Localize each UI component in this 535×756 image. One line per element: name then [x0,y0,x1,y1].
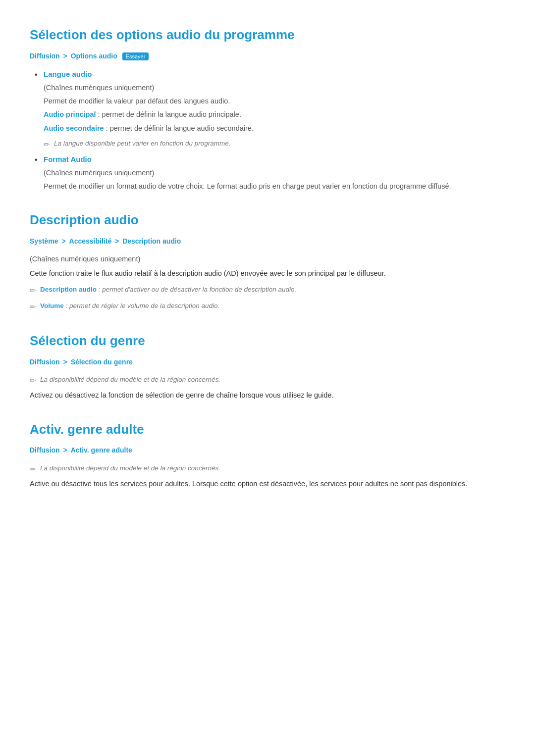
adulte-note-row: ✏ La disponibilité dépend du modèle et d… [30,463,505,475]
format-audio-sub1: (Chaînes numériques uniquement) [44,167,505,179]
pencil-icon: ✏ [44,139,50,151]
breadcrumb-sep1: > [61,237,67,245]
section2-sub1: (Chaînes numériques uniquement) [30,253,505,265]
section3-body: Activez ou désactivez la fonction de sél… [30,390,505,401]
langue-audio-note-row: ✏ La langue disponible peut varier en fo… [44,138,505,151]
section1-breadcrumb: Diffusion > Options audio Essayer [30,50,505,61]
pencil-icon-volume: ✏ [30,301,36,313]
format-audio-title: Format Audio [44,155,92,163]
breadcrumb-diffusion[interactable]: Diffusion [30,52,60,60]
breadcrumb-selection-genre[interactable]: Sélection du genre [71,358,133,366]
breadcrumb-sep3: > [63,358,69,366]
list-item-langue-audio: Langue audio (Chaînes numériques uniquem… [35,68,505,151]
section2-breadcrumb: Système > Accessibilité > Description au… [30,236,505,247]
breadcrumb-diffusion3[interactable]: Diffusion [30,358,60,366]
section2-body: Cette fonction traite le flux audio rela… [30,268,505,279]
breadcrumb-activ-genre-adulte[interactable]: Activ. genre adulte [71,446,132,454]
section2-title: Description audio [30,210,505,231]
section1-list: Langue audio (Chaînes numériques uniquem… [30,68,505,192]
section1-title: Sélection des options audio du programme [30,25,505,46]
format-audio-sub2: Permet de modifier un format audio de vo… [44,181,505,192]
audio-secondaire-text: : permet de définir la langue audio seco… [104,124,254,132]
list-item-format-audio: Format Audio (Chaînes numériques uniquem… [35,153,505,192]
pencil-icon-genre: ✏ [30,375,36,387]
breadcrumb-accessibilite[interactable]: Accessibilité [69,237,112,245]
volume-label: Volume [40,302,64,309]
section3-title: Sélection du genre [30,331,505,352]
section3-breadcrumb: Diffusion > Sélection du genre [30,356,505,367]
langue-audio-sub2: Permet de modifier la valeur par défaut … [44,96,505,107]
langue-audio-sub1: (Chaînes numériques uniquement) [44,82,505,94]
breadcrumb-diffusion4[interactable]: Diffusion [30,446,60,454]
volume-note-row: ✏ Volume : permet de régler le volume de… [30,301,505,313]
pencil-icon-adulte: ✏ [30,463,36,475]
genre-note: La disponibilité dépend du modèle et de … [40,374,220,385]
volume-note: Volume : permet de régler le volume de l… [40,301,219,311]
section4-title: Activ. genre adulte [30,419,505,440]
audio-secondaire-label: Audio secondaire [44,124,104,132]
breadcrumb-desc-audio[interactable]: Description audio [122,237,181,245]
langue-audio-note: La langue disponible peut varier en fonc… [54,138,230,149]
langue-audio-principal: Audio principal : permet de définir la l… [44,109,505,120]
audio-principal-text: : permet de définir la langue audio prin… [96,110,241,118]
breadcrumb-sep4: > [63,446,69,454]
audio-principal-label: Audio principal [44,110,96,118]
desc-audio-note-row: ✏ Description audio : permet d'activer o… [30,284,505,297]
desc-audio-note1: Description audio : permet d'activer ou … [40,284,296,295]
section-selection-genre: Sélection du genre Diffusion > Sélection… [30,331,505,401]
section4-body: Active ou désactive tous les services po… [30,478,505,490]
langue-audio-secondaire: Audio secondaire : permet de définir la … [44,123,505,134]
breadcrumb-sep2: > [115,237,121,245]
section-activ-genre-adulte: Activ. genre adulte Diffusion > Activ. g… [30,419,505,490]
langue-audio-title: Langue audio [44,70,92,78]
breadcrumb-options-audio[interactable]: Options audio [71,52,117,60]
breadcrumb-systeme[interactable]: Système [30,237,58,245]
desc-audio-note1-text: : permet d'activer ou de désactiver la f… [97,286,296,293]
section-audio-options: Sélection des options audio du programme… [30,25,505,192]
adulte-note: La disponibilité dépend du modèle et de … [40,463,220,474]
volume-note-text: : permet de régler le volume de la descr… [64,302,219,309]
essayer-badge[interactable]: Essayer [122,52,149,60]
pencil-icon-desc: ✏ [30,285,36,297]
genre-note-row: ✏ La disponibilité dépend du modèle et d… [30,374,505,387]
desc-audio-label: Description audio [40,286,97,293]
section4-breadcrumb: Diffusion > Activ. genre adulte [30,445,505,455]
breadcrumb-sep1: > [63,52,69,60]
section-description-audio: Description audio Système > Accessibilit… [30,210,505,313]
